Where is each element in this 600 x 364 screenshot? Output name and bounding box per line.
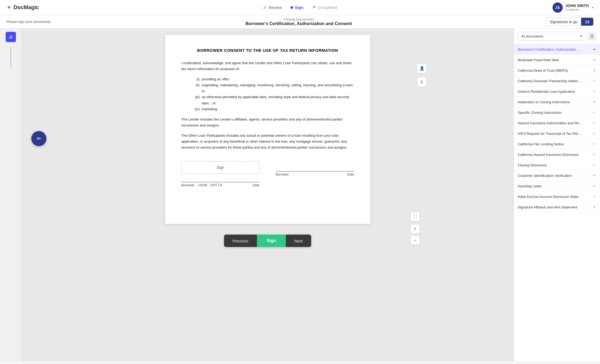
zoom-in-button[interactable]: + (411, 224, 420, 233)
step-review-label: Review (269, 5, 282, 10)
doc-item-action-icon[interactable]: ⬇ (593, 205, 596, 209)
previous-button[interactable]: Previous (224, 235, 257, 247)
sidebar-header: All documents ☰ (514, 29, 600, 44)
completed-flag-icon: ⚑ (312, 5, 316, 10)
doc-list-item[interactable]: Addendum to Closing Instructions👁 (514, 97, 600, 107)
doc-item-action-icon[interactable]: ✏ (593, 131, 596, 136)
logo[interactable]: ✦ DocMagic (6, 4, 39, 11)
date-label-secondary: Date (347, 173, 354, 176)
document-para2: The Lender includes the Lender's affilia… (181, 116, 354, 128)
doc-item-name: California Deed of Trust (MERS) (518, 68, 591, 73)
list-text-3: as otherwise permitted by applicable law… (202, 94, 354, 106)
doc-item-action-icon[interactable]: ✏ (593, 121, 596, 125)
document-filter-select[interactable]: All documents (518, 32, 585, 41)
doc-list-item[interactable]: IVES Request for Transcript of Tax Ret…✏ (514, 128, 600, 139)
list-text-4: marketing (202, 106, 217, 112)
step-sign-label: Sign (295, 5, 304, 10)
right-sidebar: All documents ☰ Borrower's Certification… (514, 29, 600, 361)
list-item: (i) providing an offer; (192, 76, 354, 82)
doc-item-action-icon[interactable]: ✏ (593, 79, 596, 83)
sidebar-view-button[interactable]: ☰ (588, 32, 596, 41)
doc-item-name: Borrower's Certification, Authorization … (518, 47, 591, 51)
next-button[interactable]: Next (286, 235, 311, 247)
user-name: JOHN SMITH (565, 4, 589, 8)
doc-item-name: Multistate Fixed Rate Note (518, 58, 590, 62)
doc-list-item[interactable]: Borrower's Certification, Authorization … (514, 44, 600, 55)
secondary-sign-label-row: Borrower Date (276, 173, 354, 176)
doc-list-item[interactable]: Initial Escrow Account Disclosure State…… (514, 191, 600, 202)
document-list: (i) providing an offer; (ii) originating… (192, 76, 354, 112)
signatures-count: 12 (581, 18, 593, 26)
doc-item-name: Closing Disclosure (518, 163, 591, 167)
list-text-1: providing an offer; (202, 76, 230, 82)
doc-item-action-icon[interactable]: 👁 (592, 173, 596, 178)
sign-dot-icon (290, 6, 293, 9)
review-check-icon: ✓ (263, 5, 267, 11)
doc-item-action-icon[interactable]: ✏ (593, 47, 596, 51)
doc-item-action-icon[interactable]: ✏ (593, 163, 596, 167)
doc-list-item[interactable]: Signature Affidavit and AKA Statement⬇ (514, 202, 600, 212)
user-icon-button[interactable]: 👤 (417, 64, 427, 73)
doc-item-action-icon[interactable]: ✏ (593, 152, 596, 157)
logo-star-icon: ✦ (6, 4, 11, 11)
doc-list-item[interactable]: California Fair Lending Notice✏ (514, 139, 600, 149)
doc-item-action-icon[interactable]: ✏ (593, 110, 596, 115)
doc-list-item[interactable]: Multistate Fixed Rate Note👁 (514, 55, 600, 65)
step-review[interactable]: ✓ Review (263, 5, 282, 11)
list-item: (iii) as otherwise permitted by applicab… (192, 94, 354, 106)
sign-notice: Please sign your documents. (6, 20, 52, 24)
doc-item-action-icon[interactable]: 👁 (592, 58, 596, 62)
main-layout: 🖨 ✏ ⛶ + − 👤 ℹ BORROWER CONSENT TO THE US… (0, 29, 600, 361)
sign-field-label: Sign (216, 165, 224, 170)
sign-button[interactable]: Sign (257, 235, 286, 247)
step-sign[interactable]: Sign (290, 5, 304, 10)
doc-item-action-icon[interactable]: ✏ (593, 142, 596, 146)
doc-item-name: Addendum to Closing Instructions (518, 100, 590, 104)
doc-item-name: Uniform Residential Loan Application (518, 90, 591, 94)
user-menu[interactable]: JS JOHN SMITH Customer ▾ (552, 2, 594, 13)
document-heading: BORROWER CONSENT TO THE USE OF TAX RETUR… (181, 48, 354, 53)
borrower-label: Borrower (181, 183, 195, 187)
doc-list-item[interactable]: Uniform Residential Loan Application✏ (514, 86, 600, 97)
doc-list-item[interactable]: California Hazard Insurance Disclosure✏ (514, 149, 600, 160)
step-completed[interactable]: ⚑ Completed (312, 5, 337, 10)
doc-item-action-icon[interactable]: ✏ (593, 89, 596, 94)
sign-section: Sign Borrower JOHN SMITH Date Borrower D… (181, 161, 354, 187)
doc-list-item[interactable]: Hardship Letter✏ (514, 181, 600, 191)
avatar: JS (552, 2, 563, 13)
list-item: (iv) marketing (192, 106, 354, 112)
borrower-name-line (181, 176, 260, 182)
zoom-out-button[interactable]: − (411, 236, 420, 245)
secondary-borrower-label: Borrower (276, 173, 289, 176)
doc-list-item[interactable]: Closing Disclosure✏ (514, 160, 600, 170)
doc-list-item[interactable]: Customer Identification Verification👁 (514, 170, 600, 181)
document-list-panel: Borrower's Certification, Authorization … (514, 44, 600, 361)
document-para1: I understand, acknowledge, and agree tha… (181, 60, 354, 72)
expand-button[interactable]: ⛶ (411, 212, 420, 221)
doc-list-item[interactable]: California Deed of Trust (MERS)⬇ (514, 65, 600, 76)
doc-item-action-icon[interactable]: ⬇ (593, 68, 596, 73)
secondary-sign-block: Borrower Date (276, 161, 354, 187)
user-info: JOHN SMITH Customer (565, 4, 589, 12)
document-title-area: Closing Documents Borrower's Certificati… (245, 17, 352, 26)
pen-fab-button[interactable]: ✏ (31, 131, 46, 146)
list-roman-4: (iv) (192, 106, 200, 112)
doc-list-item[interactable]: Specific Closing Instructions✏ (514, 107, 600, 118)
doc-item-action-icon[interactable]: ✏ (593, 194, 596, 199)
doc-item-name: Specific Closing Instructions (518, 111, 591, 115)
sign-field-button[interactable]: Sign (181, 161, 260, 174)
doc-list-item[interactable]: California Domestic Partnership Adden…✏ (514, 76, 600, 86)
doc-item-name: Customer Identification Verification (518, 174, 590, 178)
info-icon-button[interactable]: ℹ (417, 77, 427, 87)
secondary-sign-line (276, 161, 354, 171)
doc-list-item[interactable]: Hazard Insurance Authorization and Re…✏ (514, 118, 600, 128)
app-header: ✦ DocMagic ✓ Review Sign ⚑ Completed JS … (0, 0, 600, 15)
print-button[interactable]: 🖨 (6, 32, 16, 42)
doc-item-action-icon[interactable]: 👁 (592, 100, 596, 104)
list-roman-3: (iii) (192, 94, 200, 106)
doc-item-action-icon[interactable]: ✏ (593, 184, 596, 188)
doc-item-name: Initial Escrow Account Disclosure State… (518, 195, 591, 199)
date-label-primary: Date (253, 183, 259, 187)
logo-text: DocMagic (13, 4, 39, 11)
sub-header: Please sign your documents. Closing Docu… (0, 15, 600, 29)
